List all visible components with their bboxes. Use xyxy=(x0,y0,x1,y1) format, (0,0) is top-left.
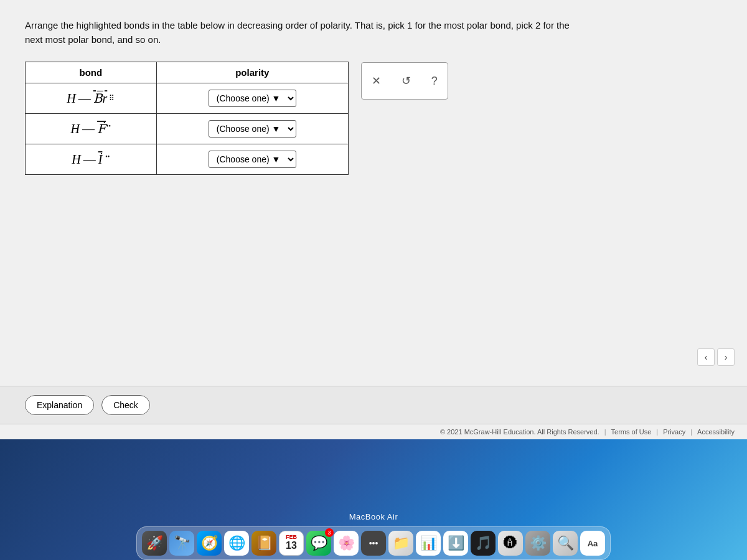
bond-hi: H — İ •• xyxy=(26,144,157,175)
terms-link[interactable]: Terms of Use xyxy=(611,428,652,436)
cal-month: FEB xyxy=(286,534,297,540)
copyright-text: © 2021 McGraw-Hill Education. All Rights… xyxy=(440,428,599,436)
dock-photos[interactable]: 🌸 xyxy=(334,531,359,556)
dock-files[interactable]: 📁 xyxy=(388,531,413,556)
polarity-hi[interactable]: (Choose one) ▼ 1 2 3 xyxy=(156,144,348,175)
help-icon[interactable]: ? xyxy=(431,75,438,88)
nav-arrows: ‹ › xyxy=(697,348,735,366)
dock-finder[interactable]: 🔭 xyxy=(169,531,194,556)
hf-dots: •• xyxy=(106,122,111,136)
dock-settings[interactable]: ⚙️ xyxy=(525,531,550,556)
table-row: H — Ḟ •• (Choose one) ▼ 1 xyxy=(26,114,349,144)
col-polarity-header: polarity xyxy=(156,62,348,83)
info-box: ✕ ↺ ? xyxy=(361,62,448,100)
explanation-button[interactable]: Explanation xyxy=(25,395,94,415)
privacy-link[interactable]: Privacy xyxy=(663,428,685,436)
dock-search[interactable]: 🔍 xyxy=(553,531,578,556)
dock-dictionary[interactable]: Aa xyxy=(580,531,605,556)
mac-screen: MacBook Air 🚀 🔭 🧭 🌐 📔 FEB 13 💬 3 🌸 ••• 📁… xyxy=(0,439,747,560)
close-icon[interactable]: ✕ xyxy=(372,74,381,88)
next-arrow[interactable]: › xyxy=(717,348,735,366)
bond-hf: H — Ḟ •• xyxy=(26,114,157,144)
cal-day: 13 xyxy=(286,540,297,551)
accessibility-link[interactable]: Accessibility xyxy=(697,428,735,436)
dock: 🚀 🔭 🧭 🌐 📔 FEB 13 💬 3 🌸 ••• 📁 📊 ⬇️ 🎵 � xyxy=(136,526,611,560)
col-bond-header: bond xyxy=(26,62,157,83)
hi-select[interactable]: (Choose one) ▼ 1 2 3 xyxy=(209,151,296,168)
dock-notes[interactable]: 🎵 xyxy=(471,531,496,556)
hbr-select[interactable]: (Choose one) ▼ 1 2 3 xyxy=(209,90,296,107)
messages-badge: 3 xyxy=(325,528,334,537)
hbr-formula: H — B̅r ⠿ xyxy=(67,91,115,106)
mac-label: MacBook Air xyxy=(349,512,398,521)
dock-download[interactable]: ⬇️ xyxy=(443,531,468,556)
hi-formula: H — İ xyxy=(72,152,102,167)
hi-dots: •• xyxy=(105,152,110,166)
question-text: Arrange the highlighted bonds in the tab… xyxy=(25,19,585,47)
dock-fontbook[interactable]: 🅐 xyxy=(498,531,523,556)
polarity-hf[interactable]: (Choose one) ▼ 1 2 3 xyxy=(156,114,348,144)
prev-arrow[interactable]: ‹ xyxy=(697,348,715,366)
bond-hbr: H — B̅r ⠿ xyxy=(26,83,157,114)
bottom-bar: Explanation Check xyxy=(0,386,747,424)
table-row: H — İ •• (Choose one) ▼ 1 2 3 xyxy=(26,144,349,175)
dock-chrome[interactable]: 🌐 xyxy=(224,531,249,556)
table-row: H — B̅r ⠿ (Choose one) ▼ 1 2 3 xyxy=(26,83,349,114)
hf-select[interactable]: (Choose one) ▼ 1 2 3 xyxy=(209,120,296,138)
dock-launchpad[interactable]: 🚀 xyxy=(142,531,167,556)
dock-safari[interactable]: 🧭 xyxy=(197,531,222,556)
bond-table: bond polarity H — B̅r ⠿ (Choose one) xyxy=(25,62,349,175)
main-content: Arrange the highlighted bonds in the tab… xyxy=(0,0,747,386)
undo-icon[interactable]: ↺ xyxy=(402,74,411,88)
footer: © 2021 McGraw-Hill Education. All Rights… xyxy=(0,424,747,439)
hf-formula: H — Ḟ xyxy=(71,121,106,136)
polarity-hbr[interactable]: (Choose one) ▼ 1 2 3 xyxy=(156,83,348,114)
dock-messages[interactable]: 💬 3 xyxy=(306,531,331,556)
dock-calendar[interactable]: FEB 13 xyxy=(279,531,304,556)
dock-more[interactable]: ••• xyxy=(361,531,386,556)
check-button[interactable]: Check xyxy=(101,395,150,415)
dock-book[interactable]: 📔 xyxy=(251,531,276,556)
dock-charts[interactable]: 📊 xyxy=(416,531,441,556)
